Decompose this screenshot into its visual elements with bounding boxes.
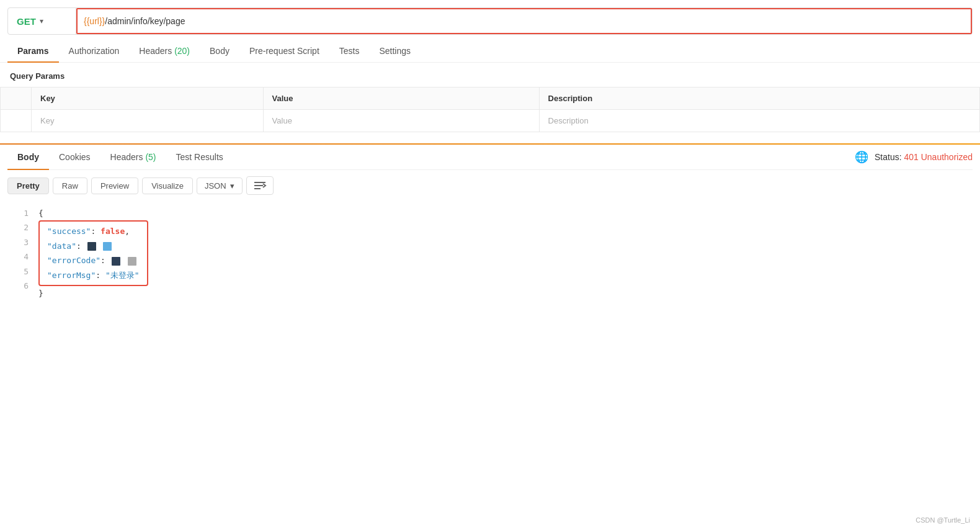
errorcode-color-sq-2: [128, 257, 136, 266]
code-line-6: }: [38, 286, 973, 300]
url-variable: {{url}}: [84, 16, 105, 26]
response-tab-cookies[interactable]: Cookies: [49, 145, 100, 169]
tab-authorization[interactable]: Authorization: [59, 40, 130, 62]
url-bar: GET ▾ {{url}} /admin/info/key/page: [7, 7, 973, 35]
col-key: Key: [32, 88, 264, 110]
request-tabs: Params Authorization Headers (20) Body P…: [0, 40, 980, 63]
row-value[interactable]: Value: [263, 110, 539, 132]
tab-params[interactable]: Params: [7, 40, 59, 62]
format-type-select[interactable]: JSON ▾: [197, 177, 243, 194]
code-content: { "success": false, "data": "errorCode":…: [38, 206, 973, 300]
code-line-5: "errorMsg": "未登录": [47, 268, 140, 282]
tab-settings[interactable]: Settings: [369, 40, 421, 62]
response-tab-test-results[interactable]: Test Results: [166, 145, 233, 169]
status-value: 401 Unauthorized: [904, 152, 973, 162]
method-dropdown[interactable]: GET ▾: [8, 8, 76, 34]
tab-headers[interactable]: Headers (20): [129, 40, 200, 62]
response-headers-badge: (5): [145, 152, 156, 162]
row-description[interactable]: Description: [539, 110, 979, 132]
data-color-sq-2: [103, 242, 112, 251]
code-line-2: "success": false,: [47, 224, 140, 238]
query-params-title: Query Params: [0, 63, 980, 87]
format-btn-raw[interactable]: Raw: [53, 177, 87, 194]
tab-pre-request[interactable]: Pre-request Script: [239, 40, 329, 62]
response-tab-body[interactable]: Body: [7, 145, 49, 169]
col-description: Description: [539, 88, 979, 110]
chevron-down-icon: ▾: [40, 17, 43, 25]
row-checkbox[interactable]: [1, 110, 32, 132]
format-btn-preview[interactable]: Preview: [91, 177, 138, 194]
code-line-1: {: [38, 206, 973, 220]
table-row: Key Value Description: [1, 110, 980, 132]
url-path: /admin/info/key/page: [105, 16, 185, 26]
wrap-toggle-button[interactable]: [246, 176, 274, 195]
format-type-label: JSON: [205, 181, 226, 191]
errorcode-color-sq-1: [112, 257, 120, 266]
response-body: 1 2 3 4 5 6 { "success": false, "data": …: [7, 201, 973, 305]
format-type-chevron: ▾: [230, 181, 234, 191]
format-btn-pretty[interactable]: Pretty: [7, 177, 49, 194]
response-tabs: Body Cookies Headers (5) Test Results 🌐 …: [7, 145, 973, 170]
format-btn-visualize[interactable]: Visualize: [142, 177, 193, 194]
tab-body[interactable]: Body: [200, 40, 239, 62]
response-tab-headers[interactable]: Headers (5): [100, 145, 166, 169]
tab-tests[interactable]: Tests: [329, 40, 370, 62]
url-input[interactable]: {{url}} /admin/info/key/page: [76, 8, 972, 34]
data-color-sq-1: [87, 242, 96, 251]
method-label: GET: [17, 16, 36, 27]
params-table: Key Value Description Key Value Descript…: [0, 87, 980, 132]
line-numbers: 1 2 3 4 5 6: [7, 206, 38, 300]
col-value: Value: [263, 88, 539, 110]
col-checkbox: [1, 88, 32, 110]
code-highlighted-block: "success": false, "data": "errorCode": "…: [38, 220, 148, 286]
code-line-3: "data":: [47, 239, 140, 253]
globe-icon: 🌐: [855, 150, 868, 164]
status-label: Status: 401 Unauthorized: [875, 152, 973, 162]
format-toolbar: Pretty Raw Preview Visualize JSON ▾: [7, 170, 973, 201]
headers-badge: (20): [174, 46, 190, 56]
response-section: Body Cookies Headers (5) Test Results 🌐 …: [0, 145, 980, 305]
response-status-area: 🌐 Status: 401 Unauthorized: [855, 150, 973, 164]
code-line-4: "errorCode":: [47, 253, 140, 267]
row-key[interactable]: Key: [32, 110, 264, 132]
